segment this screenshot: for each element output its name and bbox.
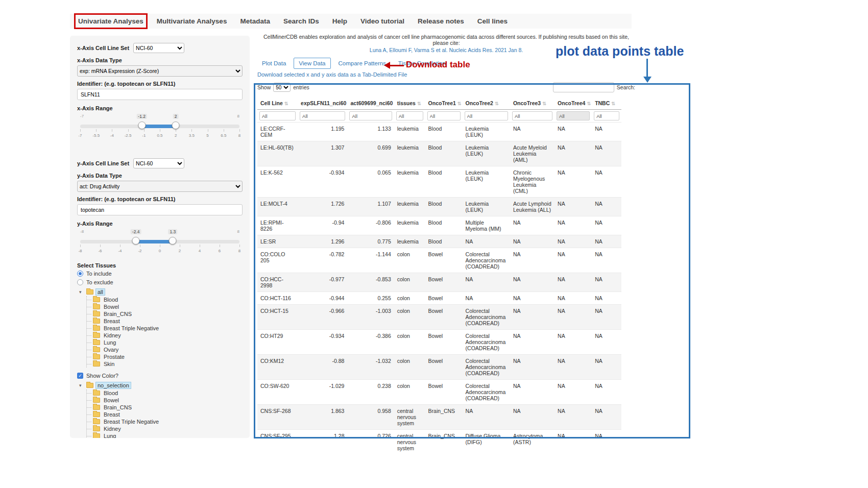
tree-item-blood[interactable]: Blood <box>87 296 243 303</box>
cell-tnbc: NA <box>592 292 621 305</box>
column-header-expslfn11-nci60[interactable]: expSLFN11_nci60⇅ <box>298 97 347 110</box>
tree-item-brain-cns[interactable]: Brain_CNS <box>87 404 243 411</box>
tree-item-blood[interactable]: Blood <box>87 389 243 397</box>
tree-root-label[interactable]: no_selection <box>95 382 131 389</box>
nav-item-search-ids[interactable]: Search IDs <box>283 17 319 25</box>
nav-item-univariate-analyses[interactable]: Univariate Analyses <box>78 17 143 25</box>
x-axis-range-slider[interactable]: -78-1.22-7-5.5-4-2.5-10.523.556.58 <box>80 113 239 142</box>
cell-tissues: leukemia <box>394 166 425 198</box>
tab-plot-data[interactable]: Plot Data <box>257 58 291 68</box>
cell-tnbc: NA <box>592 380 621 405</box>
table-header-row: Cell Line⇅expSLFN11_nci60⇅act609699_nci6… <box>257 97 621 110</box>
nav-item-release-notes[interactable]: Release notes <box>418 17 464 25</box>
to-include-radio[interactable]: To include <box>77 271 243 277</box>
table-row[interactable]: LE:SR1.2960.775leukemiaBloodNANANANA <box>257 235 621 248</box>
tree-item-lung[interactable]: Lung <box>87 432 243 438</box>
folder-icon <box>86 289 93 295</box>
nav-item-help[interactable]: Help <box>332 17 347 25</box>
filter-input-act609699-nci60[interactable] <box>349 111 392 120</box>
tree-item-bowel[interactable]: Bowel <box>87 397 243 404</box>
table-row[interactable]: CNS:SF-2681.8630.958central nervous syst… <box>257 405 621 430</box>
x-data-type-select[interactable]: exp: mRNA Expression (Z-Score) <box>77 65 243 77</box>
tree-item-prostate[interactable]: Prostate <box>87 353 243 360</box>
table-row[interactable]: LE:HL-60(TB)1.3070.699leukemiaBloodLeuke… <box>257 141 621 166</box>
sort-icon[interactable]: ⇅ <box>284 101 288 106</box>
column-header-oncotree2[interactable]: OncoTree2⇅ <box>463 97 510 110</box>
filter-input-oncotree1[interactable] <box>427 111 461 120</box>
slider-tick-label: 5 <box>206 133 208 138</box>
cell-oncotree1: Blood <box>425 216 463 235</box>
tree-item-breast-triple-negative[interactable]: Breast Triple Negative <box>87 418 243 425</box>
tree-collapse-icon[interactable]: ▾ <box>79 289 84 295</box>
slider-handle-high[interactable] <box>169 237 177 245</box>
y-identifier-input[interactable] <box>77 204 243 215</box>
slider-handle-low[interactable] <box>132 237 140 245</box>
tree-item-breast-triple-negative[interactable]: Breast Triple Negative <box>87 325 243 332</box>
y-data-type-select[interactable]: act: Drug Activity <box>77 181 243 192</box>
download-data-link[interactable]: Download selected x and y axis data as a… <box>257 71 407 78</box>
slider-handle-high[interactable] <box>172 121 180 129</box>
table-row[interactable]: CO:HT29-0.934-0.386colonBowelColorectal … <box>257 330 621 355</box>
table-row[interactable]: LE:RPMI-8226-0.94-0.806leukemiaBloodMult… <box>257 216 621 235</box>
column-header-tnbc[interactable]: TNBC⇅ <box>592 97 621 110</box>
tree-item-ovary[interactable]: Ovary <box>87 346 243 353</box>
table-row[interactable]: CO:COLO 205-0.782-1.144colonBowelColorec… <box>257 248 621 273</box>
nav-item-cell-lines[interactable]: Cell lines <box>477 17 508 25</box>
table-row[interactable]: CO:KM12-0.88-1.032colonBowelColorectal A… <box>257 355 621 380</box>
table-row[interactable]: CNS:SF-2951.280.726central nervous syste… <box>257 430 621 455</box>
filter-input-oncotree3[interactable] <box>512 111 552 120</box>
tree-item-breast[interactable]: Breast <box>87 318 243 325</box>
nav-item-metadata[interactable]: Metadata <box>240 17 270 25</box>
cell-oncotree4: NA <box>554 405 592 430</box>
tree-collapse-icon[interactable]: ▾ <box>79 383 84 388</box>
slider-handle-low[interactable] <box>138 121 146 129</box>
tree-item-skin[interactable]: Skin <box>87 360 243 368</box>
cell-oncotree4: NA <box>554 123 592 141</box>
tab-view-data[interactable]: View Data <box>294 58 330 69</box>
tree-item-kidney[interactable]: Kidney <box>87 332 243 339</box>
filter-input-tissues[interactable] <box>396 111 423 120</box>
entries-select[interactable]: 50 <box>273 83 291 92</box>
tree-item-breast[interactable]: Breast <box>87 411 243 418</box>
column-header-tissues[interactable]: tissues⇅ <box>394 97 425 110</box>
tree-item-label: Skin <box>102 361 116 367</box>
tree-item-kidney[interactable]: Kidney <box>87 425 243 432</box>
table-row[interactable]: CO:HCT-15-0.966-1.003colonBowelColorecta… <box>257 305 621 330</box>
y-axis-range-slider[interactable]: -88-2.41.3-8-6-4-202468 <box>80 229 239 257</box>
filter-input-cell-line[interactable] <box>259 111 296 120</box>
nav-item-multivariate-analyses[interactable]: Multivariate Analyses <box>157 17 227 25</box>
column-header-cell-line[interactable]: Cell Line⇅ <box>257 97 298 110</box>
filter-input-expslfn11-nci60[interactable] <box>300 111 345 120</box>
sort-icon[interactable]: ⇅ <box>542 101 546 106</box>
tree-item-lung[interactable]: Lung <box>87 339 243 346</box>
show-color-checkbox[interactable]: ✓ Show Color? <box>77 373 243 379</box>
y-cell-line-set-select[interactable]: NCI-60 <box>133 158 184 168</box>
sort-icon[interactable]: ⇅ <box>417 101 421 106</box>
table-row[interactable]: LE:MOLT-41.7261.107leukemiaBloodLeukemia… <box>257 198 621 216</box>
table-row[interactable]: CO:HCC-2998-0.977-0.853colonBowelNANANAN… <box>257 273 621 292</box>
tree-item-bowel[interactable]: Bowel <box>87 303 243 310</box>
filter-input-oncotree4[interactable] <box>557 111 590 120</box>
sort-icon[interactable]: ⇅ <box>587 101 591 106</box>
filter-input-oncotree2[interactable] <box>465 111 508 120</box>
sort-icon[interactable]: ⇅ <box>457 101 462 106</box>
x-identifier-input[interactable] <box>77 89 243 100</box>
x-cell-line-set-select[interactable]: NCI-60 <box>133 43 184 53</box>
sort-icon[interactable]: ⇅ <box>495 101 499 106</box>
search-input[interactable] <box>553 82 614 92</box>
nav-item-video-tutorial[interactable]: Video tutorial <box>360 17 404 25</box>
tree-root-label[interactable]: all <box>95 288 105 296</box>
table-row[interactable]: LE:K-562-0.9340.065leukemiaBloodLeukemia… <box>257 166 621 198</box>
column-header-oncotree4[interactable]: OncoTree4⇅ <box>554 97 592 110</box>
table-row[interactable]: CO:HCT-116-0.9440.255colonBowelNANANANA <box>257 292 621 305</box>
sort-icon[interactable]: ⇅ <box>611 101 615 106</box>
table-row[interactable]: CO:SW-620-1.0290.238colonBowelColorectal… <box>257 380 621 405</box>
filter-input-tnbc[interactable] <box>594 111 619 120</box>
tab-compare-patterns[interactable]: Compare Patterns <box>334 58 391 68</box>
to-exclude-radio[interactable]: To exclude <box>77 279 243 285</box>
table-row[interactable]: LE:CCRF-CEM1.1951.133leukemiaBloodLeukem… <box>257 123 621 141</box>
tree-item-brain-cns[interactable]: Brain_CNS <box>87 310 243 318</box>
column-header-act609699-nci60[interactable]: act609699_nci60⇅ <box>347 97 394 110</box>
column-header-oncotree3[interactable]: OncoTree3⇅ <box>510 97 554 110</box>
column-header-oncotree1[interactable]: OncoTree1⇅ <box>425 97 463 110</box>
